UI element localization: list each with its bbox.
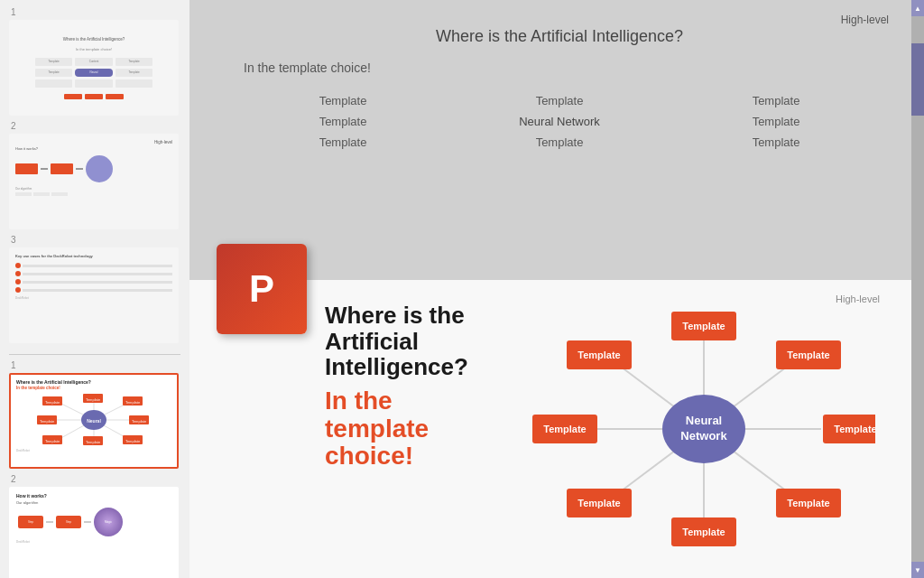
svg-text:Template: Template bbox=[834, 424, 875, 434]
slide-top-subtitle: In the template choice! bbox=[244, 61, 875, 75]
svg-text:Network: Network bbox=[680, 429, 727, 443]
thumbnail-2-bottom[interactable]: How it works? Our algorithm Step Step Ma… bbox=[9, 487, 179, 578]
svg-text:Template: Template bbox=[682, 527, 725, 537]
powerpoint-icon: P bbox=[217, 244, 307, 334]
thumbnail-group-1-bottom: 1 Where is the Artificial Intelligence? … bbox=[9, 360, 180, 469]
scroll-track[interactable] bbox=[911, 16, 924, 562]
scroll-thumb[interactable] bbox=[911, 43, 924, 116]
svg-text:Template: Template bbox=[86, 397, 101, 402]
svg-text:Template: Template bbox=[787, 350, 829, 360]
svg-text:Neural: Neural bbox=[87, 418, 101, 424]
svg-text:Neural: Neural bbox=[686, 414, 722, 427]
slide-top-main-title: Where is the Artificial Intelligence? bbox=[244, 27, 875, 46]
svg-text:Template: Template bbox=[578, 350, 620, 360]
ppt-letter: P bbox=[249, 267, 274, 311]
thumb1-title: Where is the Artificial Intelligence? bbox=[16, 379, 171, 385]
neural-network-diagram: Neural Network Template Template Templat… bbox=[532, 303, 875, 555]
grid-item-1: Template bbox=[244, 94, 442, 107]
grid-item-center: Neural Network bbox=[460, 115, 659, 128]
thumbnail-group-2-top: 2 High-level How it works? Our algorithm bbox=[9, 121, 180, 229]
thumbnail-group-2-bottom: 2 How it works? Our algorithm Step Step … bbox=[9, 474, 180, 578]
slide-number-2-bottom: 2 bbox=[9, 474, 180, 484]
svg-text:Template: Template bbox=[40, 419, 55, 424]
left-panel: 1 Where is the Artificial Intelligence? … bbox=[0, 0, 189, 578]
svg-text:Template: Template bbox=[787, 498, 829, 508]
grid-item-2: Template bbox=[460, 94, 659, 107]
panel-divider bbox=[9, 354, 180, 355]
svg-text:Template: Template bbox=[45, 439, 60, 443]
scroll-up-arrow[interactable]: ▲ bbox=[911, 0, 924, 16]
thumbnail-group-3-top: 3 Key use cases for the DeckRobot techno… bbox=[9, 235, 180, 343]
overlap-area: P bbox=[189, 244, 911, 334]
thumbnail-3-top[interactable]: Key use cases for the DeckRobot technolo… bbox=[9, 247, 179, 343]
grid-item-4: Template bbox=[244, 115, 442, 128]
right-scrollbar: ▲ ▼ bbox=[911, 0, 924, 578]
thumbnail-1-bottom[interactable]: Where is the Artificial Intelligence? In… bbox=[9, 373, 179, 469]
thumbnail-group-1-top: 1 Where is the Artificial Intelligence? … bbox=[9, 7, 180, 116]
grid-item-8: Template bbox=[460, 135, 659, 149]
thumbnail-1-top[interactable]: Where is the Artificial Intelligence? In… bbox=[9, 20, 179, 116]
slide-number-2-top: 2 bbox=[9, 121, 180, 131]
slide-bottom-subtitle: In the template choice! bbox=[325, 387, 505, 471]
thumb1-subtitle: In the template choice! bbox=[16, 386, 171, 390]
svg-text:Template: Template bbox=[543, 424, 586, 434]
subtitle-line2: template bbox=[325, 415, 429, 443]
slide-preview-top: High-level Where is the Artificial Intel… bbox=[189, 0, 911, 280]
slide-top-content: Where is the Artificial Intelligence? In… bbox=[244, 27, 875, 149]
network-svg: Neural Network Template Template Templat… bbox=[532, 303, 875, 555]
scroll-down-arrow[interactable]: ▼ bbox=[911, 562, 924, 578]
main-title-line3: Intelligence? bbox=[325, 353, 468, 380]
grid-item-9: Template bbox=[677, 135, 875, 149]
subtitle-line3: choice! bbox=[325, 442, 413, 470]
svg-text:Template: Template bbox=[125, 439, 141, 443]
slide-top-grid: Template Template Template Template Neur… bbox=[244, 94, 875, 149]
slide-number-3-top: 3 bbox=[9, 235, 180, 245]
slide-number-1-bottom: 1 bbox=[9, 360, 180, 370]
slide-number-1-top: 1 bbox=[9, 7, 180, 17]
grid-item-3: Template bbox=[677, 94, 875, 107]
svg-text:Template: Template bbox=[578, 498, 620, 508]
thumb-title: Where is the Artificial Intelligence? bbox=[63, 37, 125, 42]
high-level-label-top: High-level bbox=[841, 14, 889, 26]
main-area: High-level Where is the Artificial Intel… bbox=[189, 0, 911, 578]
thumbnail-2-top[interactable]: High-level How it works? Our algorithm bbox=[9, 134, 179, 229]
grid-item-6: Template bbox=[677, 115, 875, 128]
svg-text:Template: Template bbox=[45, 400, 60, 405]
svg-text:Template: Template bbox=[132, 419, 147, 424]
subtitle-line1: In the bbox=[325, 387, 393, 415]
svg-text:Template: Template bbox=[125, 400, 141, 405]
svg-text:Template: Template bbox=[86, 440, 101, 444]
thumb2-title: How it works? bbox=[16, 493, 171, 499]
grid-item-7: Template bbox=[244, 135, 442, 149]
